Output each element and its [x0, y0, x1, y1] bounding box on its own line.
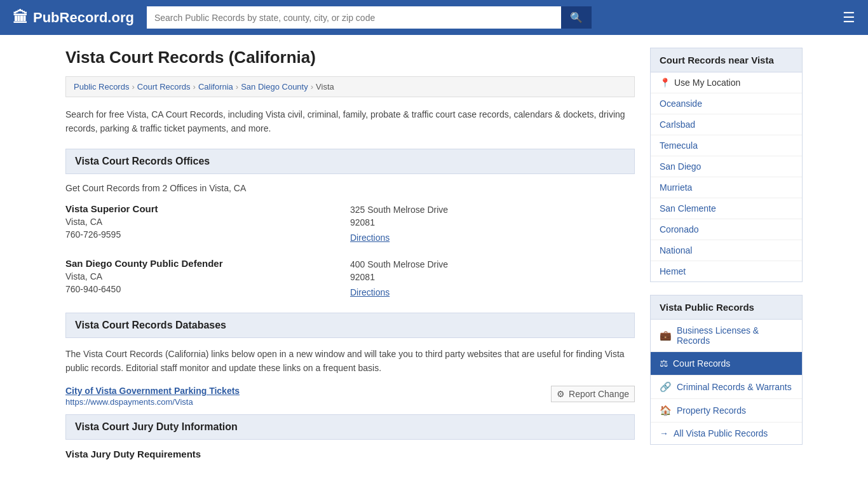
breadcrumb-sep-4: ›: [311, 82, 313, 92]
site-header: 🏛 PubRecord.org 🔍 ☰: [0, 0, 868, 35]
hamburger-icon: ☰: [843, 10, 855, 25]
report-change-label: Report Change: [569, 389, 629, 399]
office-left-2: San Diego County Public Defender Vista, …: [65, 258, 350, 297]
db-url-1: https://www.dspayments.com/Vista: [65, 397, 240, 407]
pub-item-business-licenses[interactable]: 💼 Business Licenses & Records: [651, 320, 802, 352]
sidebar-near-oceanside[interactable]: Oceanside: [651, 93, 802, 114]
breadcrumb-vista: Vista: [316, 82, 334, 92]
office-name-1: Vista Superior Court: [65, 203, 350, 214]
sidebar-near-hemet[interactable]: Hemet: [651, 261, 802, 281]
office-entry-2: San Diego County Public Defender Vista, …: [65, 258, 635, 297]
db-entry-1: City of Vista Government Parking Tickets…: [65, 386, 635, 407]
use-my-location-label: Use My Location: [674, 78, 740, 88]
logo-text: PubRecord.org: [33, 10, 134, 26]
sidebar-pub-records-title: Vista Public Records: [650, 295, 803, 320]
breadcrumb-san-diego-county[interactable]: San Diego County: [241, 82, 308, 92]
sidebar-use-my-location[interactable]: 📍 Use My Location: [651, 72, 802, 93]
db-link-1[interactable]: City of Vista Government Parking Tickets: [65, 386, 240, 396]
scales-icon: ⚖: [660, 358, 668, 369]
offices-section-header: Vista Court Records Offices: [65, 149, 635, 174]
search-input[interactable]: [147, 6, 561, 29]
near-label-san-clemente: San Clemente: [660, 203, 716, 214]
briefcase-icon: 💼: [660, 330, 672, 341]
sidebar-pub-records-list: 💼 Business Licenses & Records ⚖ Court Re…: [650, 320, 803, 445]
near-label-oceanside: Oceanside: [660, 98, 702, 109]
breadcrumb: Public Records › Court Records › Califor…: [65, 76, 635, 97]
chain-icon: 🔗: [660, 381, 672, 393]
databases-section-header: Vista Court Records Databases: [65, 313, 635, 338]
sidebar-near-san-diego[interactable]: San Diego: [651, 156, 802, 177]
near-label-hemet: Hemet: [660, 266, 686, 276]
sidebar-near-temecula[interactable]: Temecula: [651, 135, 802, 156]
house-icon: 🏠: [660, 405, 672, 416]
near-label-national: National: [660, 245, 692, 255]
office-right-2: 400 South Melrose Drive 92081 Directions: [350, 258, 635, 297]
logo-icon: 🏛: [13, 9, 28, 27]
pub-label-court-records: Court Records: [673, 358, 730, 369]
directions-link-1[interactable]: Directions: [350, 233, 390, 243]
office-left-1: Vista Superior Court Vista, CA 760-726-9…: [65, 203, 350, 243]
office-phone-1: 760-726-9595: [65, 229, 350, 240]
search-button[interactable]: 🔍: [561, 6, 592, 29]
breadcrumb-sep-1: ›: [132, 82, 134, 92]
breadcrumb-public-records[interactable]: Public Records: [74, 82, 129, 92]
office-city-1: Vista, CA: [65, 217, 350, 227]
db-entry-left-1: City of Vista Government Parking Tickets…: [65, 386, 240, 407]
near-label-temecula: Temecula: [660, 140, 698, 151]
location-icon: 📍: [660, 78, 670, 88]
breadcrumb-california[interactable]: California: [198, 82, 233, 92]
sidebar-near-carlsbad[interactable]: Carlsbad: [651, 114, 802, 135]
sidebar-near-coronado[interactable]: Coronado: [651, 219, 802, 240]
page-description: Search for free Vista, CA Court Records,…: [65, 107, 635, 136]
near-label-san-diego: San Diego: [660, 161, 701, 172]
office-entry-1: Vista Superior Court Vista, CA 760-726-9…: [65, 203, 635, 243]
search-bar: 🔍: [147, 6, 592, 29]
report-change-button[interactable]: ⚙ Report Change: [551, 386, 635, 402]
office-name-2: San Diego County Public Defender: [65, 258, 350, 269]
office-address-1: 325 South Melrose Drive: [350, 205, 635, 215]
report-change-icon: ⚙: [557, 389, 565, 399]
sidebar-near-title: Court Records near Vista: [650, 48, 803, 72]
databases-description: The Vista Court Records (California) lin…: [65, 347, 635, 376]
office-phone-2: 760-940-6450: [65, 284, 350, 294]
sidebar-near-murrieta[interactable]: Murrieta: [651, 177, 802, 198]
sidebar-near-list: 📍 Use My Location Oceanside Carlsbad Tem…: [650, 72, 803, 282]
search-icon: 🔍: [570, 12, 583, 23]
pub-item-property-records[interactable]: 🏠 Property Records: [651, 399, 802, 423]
office-zip-1: 92081: [350, 217, 635, 227]
pub-item-all-public-records[interactable]: → All Vista Public Records: [651, 423, 802, 444]
office-right-1: 325 South Melrose Drive 92081 Directions: [350, 203, 635, 243]
breadcrumb-sep-3: ›: [236, 82, 238, 92]
site-logo[interactable]: 🏛 PubRecord.org: [13, 9, 134, 27]
near-label-coronado: Coronado: [660, 224, 699, 234]
breadcrumb-sep-2: ›: [193, 82, 196, 92]
pub-item-court-records[interactable]: ⚖ Court Records: [651, 352, 802, 376]
near-label-murrieta: Murrieta: [660, 182, 692, 193]
main-content: Vista Court Records (California) Public …: [65, 48, 635, 459]
near-label-carlsbad: Carlsbad: [660, 119, 695, 130]
jury-section-header: Vista Court Jury Duty Information: [65, 414, 635, 440]
office-city-2: Vista, CA: [65, 271, 350, 281]
pub-label-business-licenses: Business Licenses & Records: [677, 325, 793, 346]
sidebar-near-national[interactable]: National: [651, 240, 802, 261]
pub-label-criminal-records: Criminal Records & Warrants: [677, 382, 792, 392]
office-address-2: 400 South Melrose Drive: [350, 259, 635, 269]
pub-label-all-public-records: All Vista Public Records: [674, 428, 768, 438]
pub-item-criminal-records[interactable]: 🔗 Criminal Records & Warrants: [651, 376, 802, 399]
jury-subsection-header: Vista Jury Duty Requirements: [65, 449, 635, 459]
offices-description: Get Court Records from 2 Offices in Vist…: [65, 183, 635, 193]
office-zip-2: 92081: [350, 272, 635, 282]
directions-link-2[interactable]: Directions: [350, 287, 390, 297]
breadcrumb-court-records[interactable]: Court Records: [137, 82, 191, 92]
menu-button[interactable]: ☰: [843, 10, 855, 26]
sidebar-near-san-clemente[interactable]: San Clemente: [651, 198, 802, 219]
sidebar: Court Records near Vista 📍 Use My Locati…: [650, 48, 803, 459]
pub-label-property-records: Property Records: [677, 405, 746, 416]
arrow-right-icon: →: [660, 428, 668, 438]
page-title: Vista Court Records (California): [65, 48, 635, 67]
